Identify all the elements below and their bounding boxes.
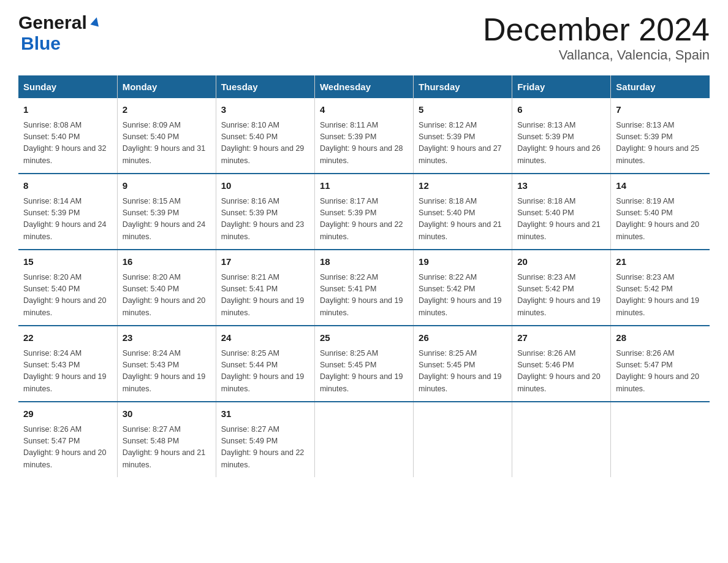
calendar-table: SundayMondayTuesdayWednesdayThursdayFrid… bbox=[18, 75, 710, 477]
day-number: 23 bbox=[123, 331, 211, 345]
day-number: 26 bbox=[419, 331, 507, 345]
svg-marker-0 bbox=[90, 16, 100, 26]
day-info: Sunrise: 8:23 AMSunset: 5:42 PMDaylight:… bbox=[616, 272, 705, 320]
calendar-cell: 12Sunrise: 8:18 AMSunset: 5:40 PMDayligh… bbox=[414, 174, 512, 250]
header-tuesday: Tuesday bbox=[216, 75, 314, 98]
day-number: 13 bbox=[517, 179, 605, 193]
day-number: 6 bbox=[517, 103, 605, 117]
day-info: Sunrise: 8:12 AMSunset: 5:39 PMDaylight:… bbox=[419, 120, 507, 167]
day-info: Sunrise: 8:13 AMSunset: 5:39 PMDaylight:… bbox=[616, 120, 705, 167]
month-title: December 2024 bbox=[483, 12, 710, 47]
day-number: 21 bbox=[616, 255, 705, 269]
calendar-cell: 5Sunrise: 8:12 AMSunset: 5:39 PMDaylight… bbox=[414, 98, 512, 174]
day-info: Sunrise: 8:27 AMSunset: 5:48 PMDaylight:… bbox=[123, 424, 211, 472]
day-info: Sunrise: 8:16 AMSunset: 5:39 PMDaylight:… bbox=[221, 196, 309, 243]
calendar-cell: 19Sunrise: 8:22 AMSunset: 5:42 PMDayligh… bbox=[414, 250, 512, 326]
day-info: Sunrise: 8:19 AMSunset: 5:40 PMDaylight:… bbox=[616, 196, 705, 243]
day-number: 20 bbox=[517, 255, 605, 269]
day-info: Sunrise: 8:15 AMSunset: 5:39 PMDaylight:… bbox=[123, 196, 211, 243]
day-info: Sunrise: 8:20 AMSunset: 5:40 PMDaylight:… bbox=[123, 272, 211, 320]
calendar-header-row: SundayMondayTuesdayWednesdayThursdayFrid… bbox=[18, 75, 710, 98]
calendar-week-row: 22Sunrise: 8:24 AMSunset: 5:43 PMDayligh… bbox=[18, 326, 710, 402]
calendar-cell: 22Sunrise: 8:24 AMSunset: 5:43 PMDayligh… bbox=[18, 326, 117, 402]
calendar-week-row: 29Sunrise: 8:26 AMSunset: 5:47 PMDayligh… bbox=[18, 402, 710, 477]
day-info: Sunrise: 8:25 AMSunset: 5:45 PMDaylight:… bbox=[320, 348, 408, 396]
day-number: 31 bbox=[221, 407, 309, 421]
day-info: Sunrise: 8:20 AMSunset: 5:40 PMDaylight:… bbox=[23, 272, 112, 320]
calendar-cell: 8Sunrise: 8:14 AMSunset: 5:39 PMDaylight… bbox=[18, 174, 117, 250]
day-info: Sunrise: 8:23 AMSunset: 5:42 PMDaylight:… bbox=[517, 272, 605, 320]
calendar-cell: 25Sunrise: 8:25 AMSunset: 5:45 PMDayligh… bbox=[314, 326, 413, 402]
title-area: December 2024 Vallanca, Valencia, Spain bbox=[483, 12, 710, 63]
logo-general-text: General bbox=[18, 12, 87, 33]
day-info: Sunrise: 8:18 AMSunset: 5:40 PMDaylight:… bbox=[517, 196, 605, 243]
day-number: 5 bbox=[419, 103, 507, 117]
day-info: Sunrise: 8:22 AMSunset: 5:42 PMDaylight:… bbox=[419, 272, 507, 320]
day-info: Sunrise: 8:18 AMSunset: 5:40 PMDaylight:… bbox=[419, 196, 507, 243]
calendar-cell bbox=[611, 402, 710, 477]
day-number: 22 bbox=[23, 331, 112, 345]
day-number: 1 bbox=[23, 103, 112, 117]
day-number: 29 bbox=[23, 407, 112, 421]
day-info: Sunrise: 8:09 AMSunset: 5:40 PMDaylight:… bbox=[123, 120, 211, 167]
logo: General Blue bbox=[18, 12, 102, 54]
day-number: 19 bbox=[419, 255, 507, 269]
day-number: 4 bbox=[320, 103, 408, 117]
day-info: Sunrise: 8:24 AMSunset: 5:43 PMDaylight:… bbox=[23, 348, 112, 396]
calendar-cell bbox=[314, 402, 413, 477]
day-info: Sunrise: 8:24 AMSunset: 5:43 PMDaylight:… bbox=[123, 348, 211, 396]
calendar-cell bbox=[512, 402, 611, 477]
day-info: Sunrise: 8:26 AMSunset: 5:47 PMDaylight:… bbox=[616, 348, 705, 396]
day-info: Sunrise: 8:11 AMSunset: 5:39 PMDaylight:… bbox=[320, 120, 408, 167]
calendar-cell: 18Sunrise: 8:22 AMSunset: 5:41 PMDayligh… bbox=[314, 250, 413, 326]
calendar-cell: 20Sunrise: 8:23 AMSunset: 5:42 PMDayligh… bbox=[512, 250, 611, 326]
calendar-cell: 16Sunrise: 8:20 AMSunset: 5:40 PMDayligh… bbox=[117, 250, 216, 326]
day-number: 25 bbox=[320, 331, 408, 345]
day-number: 10 bbox=[221, 179, 309, 193]
calendar-cell: 1Sunrise: 8:08 AMSunset: 5:40 PMDaylight… bbox=[18, 98, 117, 174]
day-number: 30 bbox=[123, 407, 211, 421]
calendar-cell: 15Sunrise: 8:20 AMSunset: 5:40 PMDayligh… bbox=[18, 250, 117, 326]
day-number: 3 bbox=[221, 103, 309, 117]
calendar-cell: 30Sunrise: 8:27 AMSunset: 5:48 PMDayligh… bbox=[117, 402, 216, 477]
logo-blue-text: Blue bbox=[21, 33, 61, 53]
calendar-cell: 28Sunrise: 8:26 AMSunset: 5:47 PMDayligh… bbox=[611, 326, 710, 402]
calendar-cell: 17Sunrise: 8:21 AMSunset: 5:41 PMDayligh… bbox=[216, 250, 314, 326]
calendar-week-row: 15Sunrise: 8:20 AMSunset: 5:40 PMDayligh… bbox=[18, 250, 710, 326]
calendar-cell: 24Sunrise: 8:25 AMSunset: 5:44 PMDayligh… bbox=[216, 326, 314, 402]
calendar-cell: 31Sunrise: 8:27 AMSunset: 5:49 PMDayligh… bbox=[216, 402, 314, 477]
calendar-cell: 21Sunrise: 8:23 AMSunset: 5:42 PMDayligh… bbox=[611, 250, 710, 326]
calendar-cell: 11Sunrise: 8:17 AMSunset: 5:39 PMDayligh… bbox=[314, 174, 413, 250]
day-number: 12 bbox=[419, 179, 507, 193]
header-monday: Monday bbox=[117, 75, 216, 98]
day-info: Sunrise: 8:25 AMSunset: 5:45 PMDaylight:… bbox=[419, 348, 507, 396]
day-info: Sunrise: 8:14 AMSunset: 5:39 PMDaylight:… bbox=[23, 196, 112, 243]
calendar-cell: 27Sunrise: 8:26 AMSunset: 5:46 PMDayligh… bbox=[512, 326, 611, 402]
calendar-week-row: 8Sunrise: 8:14 AMSunset: 5:39 PMDaylight… bbox=[18, 174, 710, 250]
calendar-cell: 2Sunrise: 8:09 AMSunset: 5:40 PMDaylight… bbox=[117, 98, 216, 174]
calendar-cell: 9Sunrise: 8:15 AMSunset: 5:39 PMDaylight… bbox=[117, 174, 216, 250]
day-number: 15 bbox=[23, 255, 112, 269]
calendar-cell: 7Sunrise: 8:13 AMSunset: 5:39 PMDaylight… bbox=[611, 98, 710, 174]
day-number: 8 bbox=[23, 179, 112, 193]
day-info: Sunrise: 8:22 AMSunset: 5:41 PMDaylight:… bbox=[320, 272, 408, 320]
day-info: Sunrise: 8:10 AMSunset: 5:40 PMDaylight:… bbox=[221, 120, 309, 167]
calendar-cell: 13Sunrise: 8:18 AMSunset: 5:40 PMDayligh… bbox=[512, 174, 611, 250]
day-number: 7 bbox=[616, 103, 705, 117]
calendar-cell: 6Sunrise: 8:13 AMSunset: 5:39 PMDaylight… bbox=[512, 98, 611, 174]
header-friday: Friday bbox=[512, 75, 611, 98]
header-sunday: Sunday bbox=[18, 75, 117, 98]
day-number: 2 bbox=[123, 103, 211, 117]
day-number: 11 bbox=[320, 179, 408, 193]
day-info: Sunrise: 8:21 AMSunset: 5:41 PMDaylight:… bbox=[221, 272, 309, 320]
page-header: General Blue December 2024 Vallanca, Val… bbox=[18, 12, 710, 63]
calendar-week-row: 1Sunrise: 8:08 AMSunset: 5:40 PMDaylight… bbox=[18, 98, 710, 174]
day-info: Sunrise: 8:08 AMSunset: 5:40 PMDaylight:… bbox=[23, 120, 112, 167]
header-thursday: Thursday bbox=[414, 75, 512, 98]
day-info: Sunrise: 8:27 AMSunset: 5:49 PMDaylight:… bbox=[221, 424, 309, 472]
day-number: 18 bbox=[320, 255, 408, 269]
day-info: Sunrise: 8:25 AMSunset: 5:44 PMDaylight:… bbox=[221, 348, 309, 396]
day-number: 17 bbox=[221, 255, 309, 269]
day-info: Sunrise: 8:13 AMSunset: 5:39 PMDaylight:… bbox=[517, 120, 605, 167]
day-info: Sunrise: 8:26 AMSunset: 5:47 PMDaylight:… bbox=[23, 424, 112, 472]
